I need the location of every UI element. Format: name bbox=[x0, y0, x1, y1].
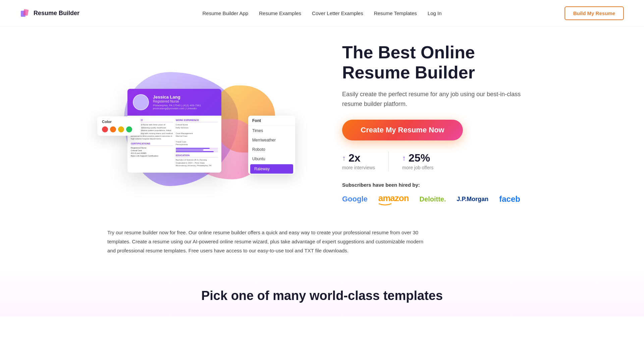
nav-resume-builder-app[interactable]: Resume Builder App bbox=[202, 10, 248, 16]
section-title: Pick one of many world-class templates bbox=[20, 289, 624, 303]
nav-links: Resume Builder App Resume Examples Cover… bbox=[202, 10, 441, 16]
resume-skill-bar-3 bbox=[176, 151, 218, 152]
font-option-raleway[interactable]: Raleway bbox=[250, 164, 293, 174]
font-option-merriweather[interactable]: Merriweather bbox=[248, 135, 295, 145]
resume-work-title: Work Experience bbox=[176, 119, 218, 122]
resume-name-block: Jessica Lang Registered Nurse Philadelph… bbox=[153, 95, 201, 110]
stat-interviews-top: ↑ 2x bbox=[342, 152, 375, 164]
resume-skill-bar-2 bbox=[176, 149, 218, 150]
logo-amazon: amazon bbox=[378, 193, 409, 205]
hero-title: The Best Online Resume Builder bbox=[342, 43, 537, 83]
logo-link[interactable]: Resume Builder bbox=[20, 8, 79, 19]
resume-cert-1: Registered Nurse bbox=[131, 147, 173, 149]
resume-cert-title: Certifications bbox=[131, 142, 173, 146]
logo-google: Google bbox=[342, 195, 368, 203]
nav-log-in[interactable]: Log In bbox=[428, 10, 442, 16]
stat-offers: ↑ 25% more job offers bbox=[402, 152, 447, 170]
resume-body: Summary A Registered Nurse with three ye… bbox=[127, 116, 221, 172]
resume-cert-2: Critical Care bbox=[131, 149, 173, 152]
stat-offers-arrow: ↑ bbox=[402, 154, 406, 163]
resume-right-col: Work Experience Critical NurseKelly Serv… bbox=[176, 119, 218, 169]
bottom-section: Pick one of many world-class templates bbox=[0, 268, 644, 316]
resume-education-title: Education bbox=[176, 154, 218, 158]
font-dropdown: Font Times Merriweather Roboto Ubuntu Ra… bbox=[248, 116, 295, 174]
nav-resume-templates[interactable]: Resume Templates bbox=[374, 10, 417, 16]
resume-contact: Philadelphia, PA 17540 | (412) 469-7961j… bbox=[153, 104, 201, 110]
font-dropdown-header: Font bbox=[248, 116, 295, 126]
svg-point-3 bbox=[136, 104, 146, 110]
stat-interviews: ↑ 2x more interviews bbox=[342, 152, 388, 170]
hero-title-line1: The Best Online bbox=[342, 43, 475, 62]
resume-work-text: Critical NurseKelly ServicesCase Managem… bbox=[176, 123, 218, 146]
logo-text: Resume Builder bbox=[34, 10, 79, 17]
stat-offers-label: more job offers bbox=[402, 165, 433, 170]
hero-section: Jessica Lang Registered Nurse Philadelph… bbox=[87, 27, 557, 215]
hero-subtitle: Easily create the perfect resume for any… bbox=[342, 89, 530, 109]
resume-skill-bar-1 bbox=[176, 148, 218, 149]
logo-jpmorgan: J.P.Morgan bbox=[457, 196, 489, 203]
resume-header: Jessica Lang Registered Nurse Philadelph… bbox=[127, 89, 221, 116]
svg-point-2 bbox=[138, 97, 144, 103]
svg-rect-1 bbox=[23, 9, 29, 15]
company-logos: Google amazon Deloitte. J.P.Morgan faceb bbox=[342, 193, 537, 205]
stats-row: ↑ 2x more interviews ↑ 25% more job offe… bbox=[342, 151, 537, 171]
resume-cert-4: Basic Life Support Certification bbox=[131, 155, 173, 157]
swatch-yellow[interactable] bbox=[118, 126, 124, 132]
description-section: Try our resume builder now for free. Our… bbox=[87, 215, 557, 268]
resume-preview-card: Jessica Lang Registered Nurse Philadelph… bbox=[127, 89, 221, 172]
resume-name: Jessica Lang bbox=[153, 95, 201, 100]
swatch-green[interactable] bbox=[126, 126, 132, 132]
swatch-orange[interactable] bbox=[110, 126, 116, 132]
hero-visual: Jessica Lang Registered Nurse Philadelph… bbox=[107, 75, 282, 172]
hired-label: Subscribers have been hired by: bbox=[342, 182, 537, 188]
hero-content: The Best Online Resume Builder Easily cr… bbox=[322, 43, 537, 205]
resume-job-title: Registered Nurse bbox=[153, 100, 201, 103]
nav-cover-letter-examples[interactable]: Cover Letter Examples bbox=[312, 10, 363, 16]
navbar: Resume Builder Resume Builder App Resume… bbox=[0, 0, 644, 27]
hired-section: Subscribers have been hired by: Google a… bbox=[342, 182, 537, 205]
stat-interviews-number: 2x bbox=[348, 152, 361, 164]
logo-deloitte: Deloitte. bbox=[420, 195, 446, 203]
font-option-roboto[interactable]: Roboto bbox=[248, 145, 295, 154]
resume-avatar bbox=[133, 94, 149, 110]
nav-cta-button[interactable]: Build My Resume bbox=[565, 6, 624, 20]
stat-offers-number: 25% bbox=[409, 152, 430, 164]
swatch-red[interactable] bbox=[102, 126, 108, 132]
color-picker-label: Color bbox=[102, 120, 136, 124]
font-option-times[interactable]: Times bbox=[248, 126, 295, 135]
nav-resume-examples[interactable]: Resume Examples bbox=[259, 10, 301, 16]
logo-icon bbox=[20, 8, 31, 19]
hero-cta-button[interactable]: Create My Resume Now bbox=[342, 120, 463, 140]
resume-cert-3: ACLS cert AGMS bbox=[131, 152, 173, 154]
logo-facebook: faceb bbox=[499, 194, 520, 204]
font-option-ubuntu[interactable]: Ubuntu bbox=[248, 154, 295, 164]
resume-education-text: Bachelor of Science (B.S.) NursingGradua… bbox=[176, 159, 218, 167]
hero-title-line2: Resume Builder bbox=[342, 63, 475, 82]
color-swatches bbox=[102, 126, 136, 132]
stat-interviews-arrow: ↑ bbox=[342, 154, 346, 163]
description-text: Try our resume builder now for free. Our… bbox=[107, 228, 429, 255]
stat-interviews-label: more interviews bbox=[342, 165, 375, 170]
stat-offers-top: ↑ 25% bbox=[402, 152, 433, 164]
color-picker: Color bbox=[97, 116, 141, 136]
stat-divider bbox=[388, 151, 389, 171]
